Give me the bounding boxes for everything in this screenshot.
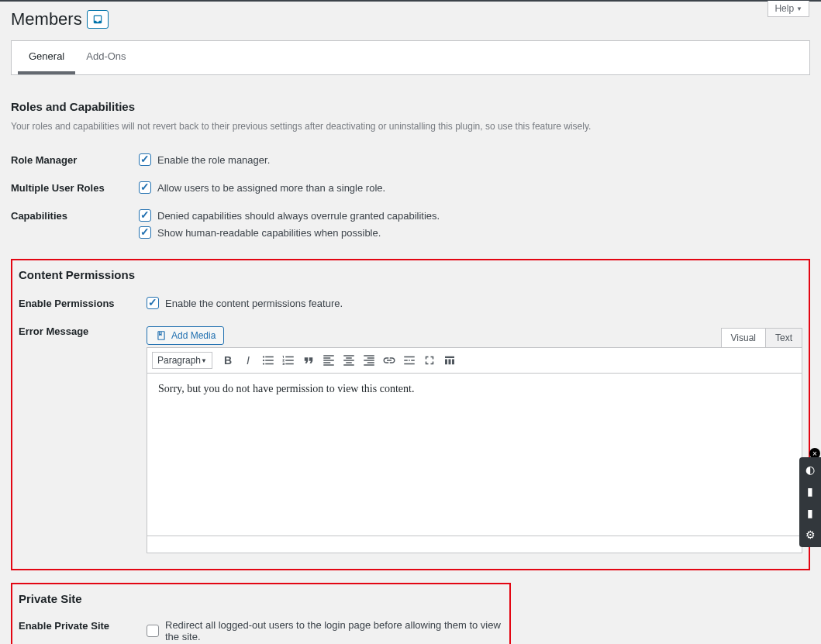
row-role-manager: Role Manager Enable the role manager. — [11, 146, 810, 174]
label-error-message: Error Message — [19, 325, 147, 337]
editor-tabs: Visual Text — [147, 328, 802, 347]
checkbox-multi-roles-input[interactable] — [139, 181, 151, 194]
editor-tab-text[interactable]: Text — [765, 328, 802, 347]
row-enable-private: Enable Private Site Redirect all logged-… — [19, 613, 503, 644]
align-center-button[interactable] — [340, 351, 358, 370]
editor-toolbar: Paragraph B I — [147, 347, 802, 374]
format-select[interactable]: Paragraph — [152, 352, 212, 369]
section-content-title: Content Permissions — [19, 268, 802, 281]
checkbox-readable-caps-input[interactable] — [139, 226, 151, 239]
checkbox-multi-roles[interactable]: Allow users to be assigned more than a s… — [139, 181, 810, 194]
tab-addons[interactable]: Add-Ons — [75, 41, 136, 74]
row-enable-permissions: Enable Permissions Enable the content pe… — [19, 289, 802, 317]
italic-button[interactable]: I — [239, 351, 257, 370]
inbox-icon[interactable] — [87, 10, 109, 29]
checkbox-role-manager-input[interactable] — [139, 153, 151, 166]
checkbox-denied-caps[interactable]: Denied capabilities should always overru… — [139, 209, 810, 222]
label-enable-private: Enable Private Site — [19, 619, 147, 632]
side-widget-item-3[interactable]: ▮ — [802, 505, 818, 521]
checkbox-readable-caps[interactable]: Show human-readable capabilities when po… — [139, 226, 810, 239]
label-role-manager: Role Manager — [11, 153, 139, 166]
help-tab[interactable]: Help — [768, 1, 809, 17]
section-roles-title: Roles and Capabilities — [11, 100, 810, 113]
format-select-label: Paragraph — [157, 355, 201, 366]
checkbox-denied-caps-input[interactable] — [139, 209, 151, 222]
highlight-content-permissions: Content Permissions Enable Permissions E… — [11, 259, 810, 570]
side-widget-item-1[interactable]: ◐ — [802, 462, 818, 477]
section-private-title: Private Site — [19, 592, 503, 605]
add-media-label: Add Media — [171, 330, 216, 341]
numbered-list-button[interactable] — [279, 351, 298, 370]
section-roles-desc: Your roles and capabilities will not rev… — [11, 121, 810, 132]
page-header: Members — [11, 9, 810, 29]
checkbox-enable-private-label: Redirect all logged-out users to the log… — [165, 619, 503, 642]
align-right-button[interactable] — [360, 351, 378, 370]
page-title: Members — [11, 9, 82, 29]
label-multi-roles: Multiple User Roles — [11, 181, 139, 194]
editor-status-bar — [147, 536, 802, 553]
row-capabilities: Capabilities Denied capabilities should … — [11, 201, 810, 246]
checkbox-enable-private[interactable]: Redirect all logged-out users to the log… — [147, 619, 503, 642]
label-enable-permissions: Enable Permissions — [19, 297, 147, 309]
blockquote-button[interactable] — [299, 351, 318, 370]
bold-button[interactable]: B — [219, 351, 237, 370]
highlight-private-site: Private Site Enable Private Site Redirec… — [11, 583, 511, 644]
row-error-message: Error Message Add Media Visual Text Para… — [19, 317, 802, 561]
media-icon — [155, 330, 167, 341]
row-multiple-user-roles: Multiple User Roles Allow users to be as… — [11, 174, 810, 201]
fullscreen-button[interactable] — [420, 351, 439, 370]
editor-content[interactable]: Sorry, but you do not have permission to… — [147, 374, 802, 536]
align-left-button[interactable] — [319, 351, 338, 370]
side-widget: ◐ ▮ ▮ ⚙ — [799, 457, 821, 547]
checkbox-denied-caps-label: Denied capabilities should always overru… — [157, 210, 440, 222]
checkbox-role-manager[interactable]: Enable the role manager. — [139, 153, 810, 166]
read-more-button[interactable] — [400, 351, 419, 370]
help-label: Help — [774, 3, 794, 14]
add-media-button[interactable]: Add Media — [147, 326, 224, 345]
section-roles: Roles and Capabilities Your roles and ca… — [11, 100, 810, 246]
checkbox-enable-permissions[interactable]: Enable the content permissions feature. — [147, 297, 802, 309]
checkbox-readable-caps-label: Show human-readable capabilities when po… — [157, 227, 381, 239]
checkbox-enable-private-input[interactable] — [147, 625, 159, 637]
side-widget-item-2[interactable]: ▮ — [802, 484, 818, 499]
link-button[interactable] — [380, 351, 398, 370]
checkbox-multi-roles-label: Allow users to be assigned more than a s… — [157, 182, 385, 194]
toolbar-toggle-button[interactable] — [440, 351, 459, 370]
label-capabilities: Capabilities — [11, 209, 139, 222]
checkbox-enable-permissions-label: Enable the content permissions feature. — [165, 298, 343, 309]
checkbox-role-manager-label: Enable the role manager. — [157, 154, 270, 166]
side-widget-item-4[interactable]: ⚙ — [802, 527, 818, 542]
tabs: General Add-Ons — [11, 40, 810, 75]
tab-general[interactable]: General — [18, 41, 75, 74]
editor: Add Media Visual Text Paragraph B I — [147, 326, 802, 553]
checkbox-enable-permissions-input[interactable] — [147, 297, 159, 309]
bullet-list-button[interactable] — [259, 351, 278, 370]
editor-tab-visual[interactable]: Visual — [721, 328, 766, 347]
